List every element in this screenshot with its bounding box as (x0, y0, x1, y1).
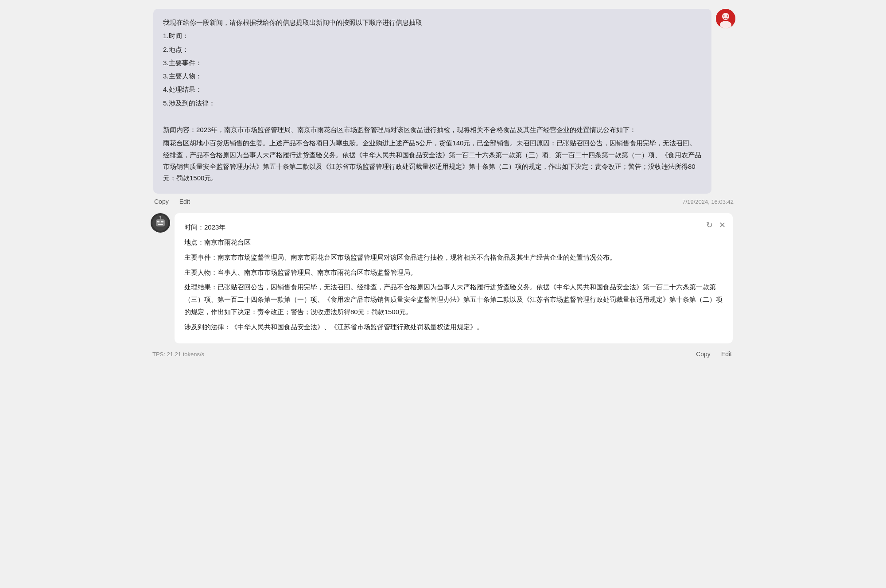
ai-bubble: ↻ ✕ 时间：2023年地点：南京市雨花台区主要事件：南京市市场监督管理局、南京… (175, 213, 733, 343)
user-message-line: 我现在给你一段新闻，请你根据我给你的信息提取出新闻中的按照以下顺序进行信息抽取 (163, 17, 702, 28)
ai-toolbar-right: Copy Edit (694, 350, 734, 358)
svg-point-11 (159, 216, 161, 218)
user-edit-button[interactable]: Edit (178, 197, 192, 206)
svg-point-4 (727, 16, 728, 17)
user-message-line: 2.地点： (163, 44, 702, 55)
ai-message-line: 地点：南京市雨花台区 (184, 236, 723, 249)
user-message-line: 5.涉及到的法律： (163, 97, 702, 109)
ai-refresh-button[interactable]: ↻ (705, 219, 714, 231)
user-message-line: 4.处理结果： (163, 84, 702, 95)
ai-message-line: 时间：2023年 (184, 221, 723, 234)
ai-bubble-actions: ↻ ✕ (705, 219, 727, 231)
user-copy-button[interactable]: Copy (152, 197, 171, 206)
svg-point-3 (723, 16, 725, 17)
user-bubble: 我现在给你一段新闻，请你根据我给你的信息提取出新闻中的按照以下顺序进行信息抽取1… (153, 9, 711, 194)
user-message-wrapper: 我现在给你一段新闻，请你根据我给你的信息提取出新闻中的按照以下顺序进行信息抽取1… (151, 9, 735, 194)
user-message-line: 雨花台区胡地小百货店销售的生姜。上述产品不合格项目为噻虫胺。企业购进上述产品5公… (163, 137, 702, 184)
ai-message-line: 处理结果：已张贴召回公告，因销售食用完毕，无法召回。经排查，产品不合格原因为当事… (184, 281, 723, 318)
tps-label: TPS: 21.21 tokens/s (152, 351, 204, 358)
svg-rect-8 (161, 221, 163, 222)
user-message-line: 1.时间： (163, 30, 702, 42)
svg-rect-6 (156, 219, 165, 226)
chat-container: 我现在给你一段新闻，请你根据我给你的信息提取出新闻中的按照以下顺序进行信息抽取1… (142, 9, 744, 360)
ai-message-wrapper: ↻ ✕ 时间：2023年地点：南京市雨花台区主要事件：南京市市场监督管理局、南京… (151, 213, 735, 343)
user-timestamp: 7/19/2024, 16:03:42 (682, 199, 734, 205)
user-message-line (163, 111, 702, 122)
ai-bottom-toolbar: TPS: 21.21 tokens/s Copy Edit (151, 345, 735, 360)
ai-message-text: 时间：2023年地点：南京市雨花台区主要事件：南京市市场监督管理局、南京市雨花台… (184, 221, 723, 333)
ai-edit-button[interactable]: Edit (719, 350, 734, 358)
ai-message-line: 涉及到的法律：《中华人民共和国食品安全法》、《江苏省市场监督管理行政处罚裁量权适… (184, 321, 723, 333)
ai-close-button[interactable]: ✕ (718, 219, 727, 231)
svg-rect-7 (157, 221, 159, 222)
user-message-line: 3.主要人物： (163, 70, 702, 82)
ai-avatar (151, 213, 170, 233)
ai-message-line: 主要人物：当事人、南京市市场监督管理局、南京市雨花台区市场监督管理局。 (184, 266, 723, 279)
svg-rect-9 (158, 224, 163, 225)
ai-message-line: 主要事件：南京市市场监督管理局、南京市雨花台区市场监督管理局对该区食品进行抽检，… (184, 251, 723, 264)
user-message-text: 我现在给你一段新闻，请你根据我给你的信息提取出新闻中的按照以下顺序进行信息抽取1… (163, 17, 702, 184)
user-message-line: 新闻内容：2023年，南京市市场监督管理局、南京市雨花台区市场监督管理局对该区食… (163, 124, 702, 136)
user-message-line: 3.主要事件： (163, 57, 702, 69)
ai-copy-button[interactable]: Copy (694, 350, 712, 358)
user-avatar (716, 9, 735, 28)
user-message-toolbar: Copy Edit 7/19/2024, 16:03:42 (151, 194, 735, 210)
